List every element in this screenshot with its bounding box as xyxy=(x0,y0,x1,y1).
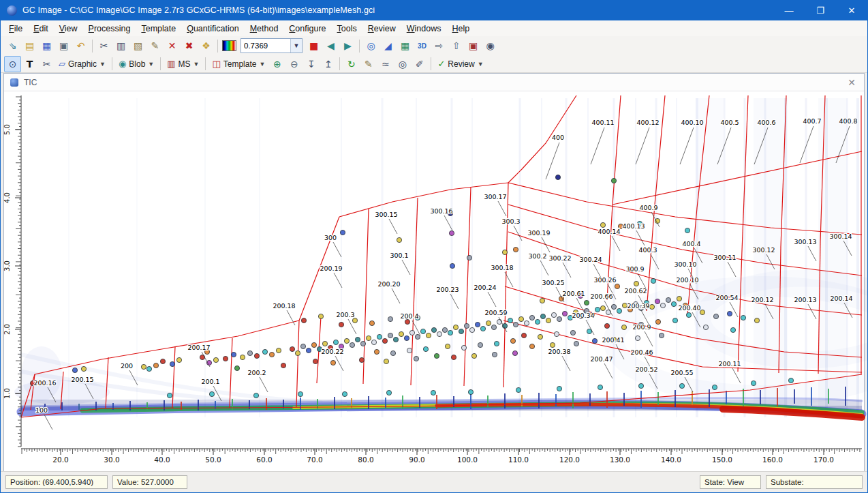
menu-tools[interactable]: Tools xyxy=(332,22,362,35)
chevron-down-icon: ▼ xyxy=(148,61,154,68)
tic-window-header[interactable]: TIC ✕ xyxy=(4,74,864,91)
graphic-icon: ▱ xyxy=(59,59,65,69)
delete-all-icon[interactable]: ✖ xyxy=(181,38,198,54)
blob-dropdown-label: Blob xyxy=(129,59,145,69)
annotate-icon[interactable]: ❖ xyxy=(198,38,215,54)
toolbar-separator xyxy=(160,57,161,70)
graph-icon[interactable]: ◢ xyxy=(379,38,397,54)
value-field: Value: 527.0000 xyxy=(112,475,187,489)
minimize-button[interactable]: — xyxy=(773,0,805,20)
copy-icon: ▥ xyxy=(117,40,125,51)
toolbar-separator xyxy=(205,57,206,70)
baseline-icon[interactable]: ≈ xyxy=(377,56,394,72)
graphic-dropdown[interactable]: ▱Graphic▼ xyxy=(55,56,109,72)
clipboard-pen-icon[interactable]: ✎ xyxy=(146,38,164,54)
annotate-icon: ❖ xyxy=(202,40,211,51)
extract-template-icon[interactable]: ↥ xyxy=(320,56,337,72)
review-dropdown[interactable]: ✓Review▼ xyxy=(434,56,486,72)
print-report-icon[interactable]: ▣ xyxy=(465,38,482,54)
menu-windows[interactable]: Windows xyxy=(401,22,447,35)
blob-icon: ◉ xyxy=(119,59,126,69)
menu-configure[interactable]: Configure xyxy=(283,22,331,35)
template-dropdown[interactable]: ◫Template▼ xyxy=(208,56,268,72)
view-3d-icon: 3D xyxy=(418,42,427,50)
combo-arrow-icon[interactable]: ▼ xyxy=(290,39,302,53)
zoom-tool-icon[interactable]: ⊙ xyxy=(4,56,21,72)
cut-icon[interactable]: ✂ xyxy=(95,38,112,54)
tic-window: TIC ✕ xyxy=(3,73,865,472)
mesh-tool-icon: ✂ xyxy=(43,59,51,70)
ms-icon: ▥ xyxy=(167,59,175,69)
find-icon: ◉ xyxy=(486,40,494,51)
scale-input[interactable] xyxy=(241,40,290,51)
refresh-icon[interactable]: ↻ xyxy=(343,56,360,72)
paste-icon[interactable]: ▧ xyxy=(129,38,146,54)
table-icon: ▦ xyxy=(401,40,409,51)
template-paste-icon: ⊖ xyxy=(290,59,298,70)
text-tool-icon[interactable]: T xyxy=(21,56,38,72)
close-button[interactable]: ✕ xyxy=(836,0,867,20)
clipboard-pen-icon: ✎ xyxy=(151,40,159,51)
open-icon[interactable]: ▤ xyxy=(21,38,38,54)
menu-processing[interactable]: Processing xyxy=(83,22,136,35)
table-icon[interactable]: ▦ xyxy=(397,38,414,54)
target-icon: ◎ xyxy=(399,59,407,70)
mesh-tool-icon[interactable]: ✂ xyxy=(38,56,55,72)
save-icon[interactable]: ▦ xyxy=(38,38,55,54)
toolbar-separator xyxy=(431,57,431,70)
print-icon[interactable]: ▣ xyxy=(55,38,72,54)
title-bar[interactable]: GC Image - C:\GC Image\GC Image 2.7r3 GC… xyxy=(1,0,867,20)
print-icon: ▣ xyxy=(59,40,68,51)
view-3d-icon[interactable]: 3D xyxy=(414,38,431,54)
menu-review[interactable]: Review xyxy=(362,22,401,35)
menu-method[interactable]: Method xyxy=(245,22,284,35)
menu-file[interactable]: File xyxy=(3,22,28,35)
menu-template[interactable]: Template xyxy=(136,22,181,35)
tools-toolbar: ⊙T✂▱Graphic▼◉Blob▼▥MS▼◫Template▼⊕⊖↧↥↻✎≈◎… xyxy=(1,55,867,73)
position-field: Position: (69.400,5.940) xyxy=(5,475,108,489)
app-icon xyxy=(7,5,17,16)
delete-all-icon: ✖ xyxy=(185,40,193,51)
tic-close-icon[interactable]: ✕ xyxy=(848,77,856,88)
import-image-icon[interactable]: ⇘ xyxy=(4,38,21,54)
template-copy-icon[interactable]: ⊕ xyxy=(268,56,285,72)
forward-icon: ▶ xyxy=(344,40,352,51)
menu-edit[interactable]: Edit xyxy=(28,22,54,35)
template-paste-icon[interactable]: ⊖ xyxy=(285,56,303,72)
graph-icon: ◢ xyxy=(384,40,392,51)
menu-quantification[interactable]: Quantification xyxy=(181,22,244,35)
zoom-tool-icon: ⊙ xyxy=(9,59,17,70)
forward-icon[interactable]: ▶ xyxy=(339,38,356,54)
edit-pens-icon[interactable]: ✎ xyxy=(360,56,377,72)
ms-dropdown[interactable]: ▥MS▼ xyxy=(164,56,202,72)
export-image-icon[interactable]: ⇧ xyxy=(448,38,465,54)
apply-template-icon[interactable]: ↧ xyxy=(303,56,320,72)
record-icon: ■ xyxy=(309,40,318,51)
delete-icon: ✕ xyxy=(168,40,176,51)
copy-icon[interactable]: ▥ xyxy=(112,38,129,54)
scale-combo[interactable]: ▼ xyxy=(241,38,303,53)
menu-help[interactable]: Help xyxy=(446,22,475,35)
paste-icon: ▧ xyxy=(134,40,142,51)
refresh-icon: ↻ xyxy=(347,59,356,70)
apply-template-icon: ↧ xyxy=(307,59,315,70)
template-icon: ◫ xyxy=(212,59,220,69)
blob-dropdown[interactable]: ◉Blob▼ xyxy=(115,56,157,72)
import-image-icon: ⇘ xyxy=(9,40,17,51)
menu-view[interactable]: View xyxy=(54,22,83,35)
target-icon[interactable]: ◎ xyxy=(394,56,411,72)
export-image-icon: ⇧ xyxy=(452,40,461,51)
find-icon[interactable]: ◉ xyxy=(482,38,499,54)
locate-icon[interactable]: ◎ xyxy=(362,38,379,54)
undo-icon[interactable]: ↶ xyxy=(72,38,89,54)
maximize-button[interactable]: ❐ xyxy=(805,0,836,20)
back-icon[interactable]: ◀ xyxy=(322,38,339,54)
eyedropper-icon[interactable]: ✐ xyxy=(411,56,428,72)
delete-icon[interactable]: ✕ xyxy=(164,38,181,54)
record-icon[interactable]: ■ xyxy=(305,38,322,54)
colormap-icon[interactable] xyxy=(221,38,238,54)
export-blob-icon[interactable]: ⇨ xyxy=(431,38,448,54)
menu-bar: FileEditViewProcessingTemplateQuantifica… xyxy=(1,20,867,37)
state-field: State: View xyxy=(700,475,761,489)
chevron-down-icon: ▼ xyxy=(99,61,106,68)
